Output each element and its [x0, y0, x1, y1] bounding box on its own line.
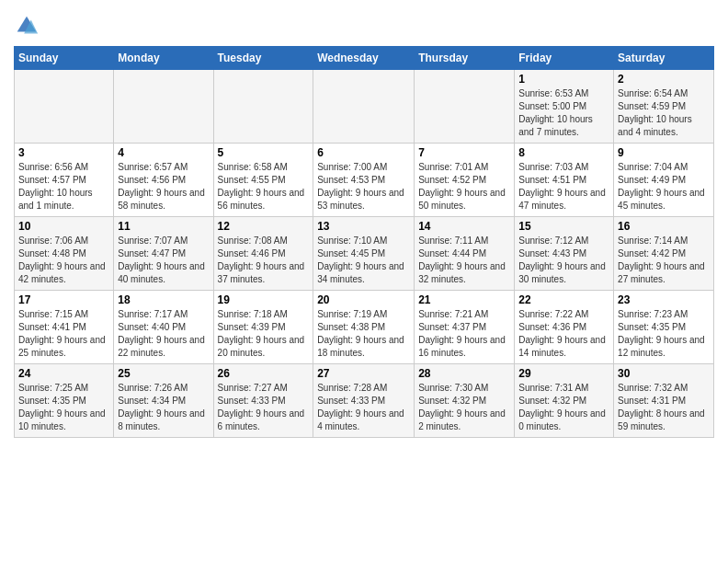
day-number: 15	[518, 220, 609, 233]
day-number: 26	[218, 367, 310, 380]
day-info: Sunrise: 7:03 AMSunset: 4:51 PMDaylight:…	[518, 161, 609, 213]
col-header-wednesday: Wednesday	[313, 47, 415, 70]
week-row-4: 17Sunrise: 7:15 AMSunset: 4:41 PMDayligh…	[15, 291, 714, 364]
day-number: 1	[518, 73, 609, 86]
day-number: 11	[118, 220, 209, 233]
day-info: Sunrise: 7:11 AMSunset: 4:44 PMDaylight:…	[418, 235, 510, 286]
day-cell: 14Sunrise: 7:11 AMSunset: 4:44 PMDayligh…	[415, 217, 515, 291]
main-container: SundayMondayTuesdayWednesdayThursdayFrid…	[0, 0, 728, 447]
day-number: 14	[418, 220, 510, 233]
header	[14, 9, 714, 39]
day-info: Sunrise: 7:07 AMSunset: 4:47 PMDaylight:…	[118, 235, 209, 286]
day-info: Sunrise: 7:06 AMSunset: 4:48 PMDaylight:…	[18, 235, 109, 286]
week-row-3: 10Sunrise: 7:06 AMSunset: 4:48 PMDayligh…	[15, 217, 714, 291]
day-cell: 5Sunrise: 6:58 AMSunset: 4:55 PMDaylight…	[213, 144, 313, 217]
day-number: 3	[18, 146, 109, 159]
day-cell: 23Sunrise: 7:23 AMSunset: 4:35 PMDayligh…	[614, 291, 714, 364]
day-info: Sunrise: 7:12 AMSunset: 4:43 PMDaylight:…	[518, 235, 609, 286]
day-info: Sunrise: 7:32 AMSunset: 4:31 PMDaylight:…	[618, 382, 710, 433]
day-cell: 16Sunrise: 7:14 AMSunset: 4:42 PMDayligh…	[614, 217, 714, 291]
day-info: Sunrise: 7:21 AMSunset: 4:37 PMDaylight:…	[418, 308, 510, 360]
day-number: 5	[218, 146, 310, 159]
day-cell: 8Sunrise: 7:03 AMSunset: 4:51 PMDaylight…	[515, 144, 614, 217]
day-cell: 7Sunrise: 7:01 AMSunset: 4:52 PMDaylight…	[415, 144, 515, 217]
day-info: Sunrise: 7:14 AMSunset: 4:42 PMDaylight:…	[618, 235, 710, 286]
day-cell: 11Sunrise: 7:07 AMSunset: 4:47 PMDayligh…	[114, 217, 213, 291]
day-number: 19	[218, 293, 310, 306]
day-cell: 2Sunrise: 6:54 AMSunset: 4:59 PMDaylight…	[614, 70, 714, 144]
day-info: Sunrise: 7:01 AMSunset: 4:52 PMDaylight:…	[418, 161, 510, 213]
day-info: Sunrise: 6:57 AMSunset: 4:56 PMDaylight:…	[118, 161, 209, 213]
day-cell: 3Sunrise: 6:56 AMSunset: 4:57 PMDaylight…	[15, 144, 114, 217]
col-header-sunday: Sunday	[15, 47, 114, 70]
day-cell: 21Sunrise: 7:21 AMSunset: 4:37 PMDayligh…	[415, 291, 515, 364]
col-header-monday: Monday	[114, 47, 213, 70]
day-number: 13	[317, 220, 410, 233]
day-number: 29	[518, 367, 609, 380]
day-cell: 9Sunrise: 7:04 AMSunset: 4:49 PMDaylight…	[614, 144, 714, 217]
day-cell: 26Sunrise: 7:27 AMSunset: 4:33 PMDayligh…	[213, 364, 313, 438]
day-number: 27	[317, 367, 410, 380]
day-info: Sunrise: 7:27 AMSunset: 4:33 PMDaylight:…	[218, 382, 310, 433]
day-info: Sunrise: 7:31 AMSunset: 4:32 PMDaylight:…	[518, 382, 609, 433]
week-row-2: 3Sunrise: 6:56 AMSunset: 4:57 PMDaylight…	[15, 144, 714, 217]
day-cell: 29Sunrise: 7:31 AMSunset: 4:32 PMDayligh…	[515, 364, 614, 438]
day-cell: 15Sunrise: 7:12 AMSunset: 4:43 PMDayligh…	[515, 217, 614, 291]
day-cell: 10Sunrise: 7:06 AMSunset: 4:48 PMDayligh…	[15, 217, 114, 291]
day-cell: 30Sunrise: 7:32 AMSunset: 4:31 PMDayligh…	[614, 364, 714, 438]
day-number: 24	[18, 367, 109, 380]
day-number: 18	[118, 293, 209, 306]
day-cell: 18Sunrise: 7:17 AMSunset: 4:40 PMDayligh…	[114, 291, 213, 364]
day-info: Sunrise: 7:04 AMSunset: 4:49 PMDaylight:…	[618, 161, 710, 213]
day-info: Sunrise: 7:18 AMSunset: 4:39 PMDaylight:…	[218, 308, 310, 360]
day-number: 17	[18, 293, 109, 306]
calendar-table: SundayMondayTuesdayWednesdayThursdayFrid…	[14, 46, 714, 438]
day-cell: 1Sunrise: 6:53 AMSunset: 5:00 PMDaylight…	[515, 70, 614, 144]
day-cell: 24Sunrise: 7:25 AMSunset: 4:35 PMDayligh…	[15, 364, 114, 438]
day-info: Sunrise: 7:17 AMSunset: 4:40 PMDaylight:…	[118, 308, 209, 360]
col-header-thursday: Thursday	[415, 47, 515, 70]
day-number: 9	[618, 146, 710, 159]
header-row: SundayMondayTuesdayWednesdayThursdayFrid…	[15, 47, 714, 70]
day-info: Sunrise: 6:54 AMSunset: 4:59 PMDaylight:…	[618, 87, 710, 139]
col-header-saturday: Saturday	[614, 47, 714, 70]
day-cell: 25Sunrise: 7:26 AMSunset: 4:34 PMDayligh…	[114, 364, 213, 438]
day-info: Sunrise: 7:08 AMSunset: 4:46 PMDaylight:…	[218, 235, 310, 286]
day-info: Sunrise: 7:19 AMSunset: 4:38 PMDaylight:…	[317, 308, 410, 360]
day-info: Sunrise: 6:58 AMSunset: 4:55 PMDaylight:…	[218, 161, 310, 213]
logo-icon	[14, 13, 40, 39]
week-row-5: 24Sunrise: 7:25 AMSunset: 4:35 PMDayligh…	[15, 364, 714, 438]
day-number: 7	[418, 146, 510, 159]
day-number: 10	[18, 220, 109, 233]
calendar-header: SundayMondayTuesdayWednesdayThursdayFrid…	[15, 47, 714, 70]
day-number: 2	[618, 73, 710, 86]
logo	[14, 13, 41, 39]
day-number: 8	[518, 146, 609, 159]
day-number: 23	[618, 293, 710, 306]
day-cell: 17Sunrise: 7:15 AMSunset: 4:41 PMDayligh…	[15, 291, 114, 364]
day-cell: 4Sunrise: 6:57 AMSunset: 4:56 PMDaylight…	[114, 144, 213, 217]
calendar-body: 1Sunrise: 6:53 AMSunset: 5:00 PMDaylight…	[15, 70, 714, 438]
day-cell: 12Sunrise: 7:08 AMSunset: 4:46 PMDayligh…	[213, 217, 313, 291]
day-number: 30	[618, 367, 710, 380]
day-number: 25	[118, 367, 209, 380]
day-number: 6	[317, 146, 410, 159]
day-cell: 19Sunrise: 7:18 AMSunset: 4:39 PMDayligh…	[213, 291, 313, 364]
day-number: 4	[118, 146, 209, 159]
day-cell	[213, 70, 313, 144]
day-number: 21	[418, 293, 510, 306]
week-row-1: 1Sunrise: 6:53 AMSunset: 5:00 PMDaylight…	[15, 70, 714, 144]
day-cell	[114, 70, 213, 144]
day-number: 16	[618, 220, 710, 233]
day-cell	[415, 70, 515, 144]
day-number: 12	[218, 220, 310, 233]
day-cell	[15, 70, 114, 144]
day-number: 22	[518, 293, 609, 306]
day-info: Sunrise: 7:10 AMSunset: 4:45 PMDaylight:…	[317, 235, 410, 286]
day-cell: 22Sunrise: 7:22 AMSunset: 4:36 PMDayligh…	[515, 291, 614, 364]
day-info: Sunrise: 7:15 AMSunset: 4:41 PMDaylight:…	[18, 308, 109, 360]
col-header-friday: Friday	[515, 47, 614, 70]
col-header-tuesday: Tuesday	[213, 47, 313, 70]
day-info: Sunrise: 7:22 AMSunset: 4:36 PMDaylight:…	[518, 308, 609, 360]
day-cell: 20Sunrise: 7:19 AMSunset: 4:38 PMDayligh…	[313, 291, 415, 364]
